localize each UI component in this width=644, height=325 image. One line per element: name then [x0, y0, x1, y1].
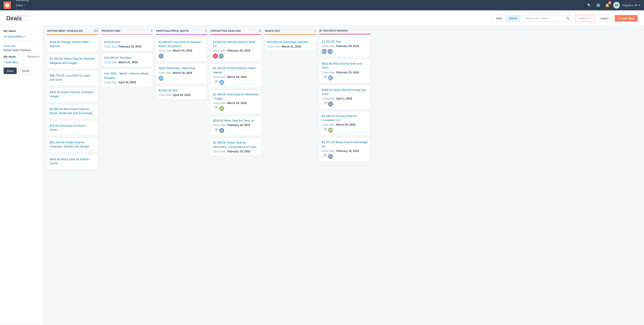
- page-title: Deals: [6, 15, 490, 22]
- deal-avatar: AR: [328, 128, 333, 133]
- col-header: PROSPECTING 3: [101, 29, 153, 33]
- deal-card[interactable]: $350.00 Green Deal for Schmeler - Hoeger: [47, 87, 98, 102]
- notification-badge: 3: [608, 1, 612, 4]
- deal-card[interactable]: $75,000.00 Dominique VerniersClose date:…: [264, 37, 316, 51]
- deal-name[interactable]: $75,000.00 Dominique Verniers: [267, 40, 313, 44]
- deal-name[interactable]: $1,800.00 Mint Green Deal for Morar, Hea…: [50, 107, 96, 115]
- col-title: APPOINTMENT SCHEDULED: [47, 30, 83, 32]
- deal-card[interactable]: $1,409.00 Gold Deal for Wintheiser - Pag…: [210, 90, 262, 114]
- deal-toggle[interactable]: [322, 75, 327, 78]
- deal-card[interactable]: $22,104.00 Purple Deal for Champlin, Zem…: [47, 138, 98, 152]
- board-col-prospecting: PROSPECTING 3 €100.00 testClose date: Fe…: [101, 29, 153, 320]
- settings-nav-button[interactable]: ⚙️: [595, 2, 602, 8]
- deal-name[interactable]: $1,409.00 Gold Deal for Wintheiser - Pag…: [213, 93, 259, 101]
- board-area: APPOINTMENT SCHEDULED 155 $248.00 Orange…: [43, 26, 644, 324]
- create-deal-button[interactable]: Create deal: [615, 15, 638, 22]
- deal-name[interactable]: $1,436.00 Fuchsia Deal for Considine LLC: [322, 114, 368, 122]
- options-link[interactable]: Options ▾: [27, 55, 39, 58]
- deal-card[interactable]: $2,000.00 TestClose date: April 30, 2019: [156, 86, 207, 100]
- deal-date: Close date: February 28, 2019: [104, 45, 150, 48]
- deal-card[interactable]: $1,436.00 Fuchsia Deal for Considine LLC…: [319, 111, 370, 136]
- deal-card[interactable]: Sean Shoreman - New DealClose date: Marc…: [156, 63, 207, 84]
- pipeline-label: Pipeline: [4, 45, 39, 48]
- deal-name[interactable]: $1,855.00 Salmon Deal for West Inc: [213, 40, 259, 48]
- deal-name[interactable]: $143.00 Black Deal for Terry Inc: [213, 119, 259, 123]
- deal-name[interactable]: $1,058.00 Yellow Deal for Abernathy, Cum…: [213, 141, 259, 149]
- sidebar-save-button[interactable]: Save: [4, 68, 17, 74]
- deal-card[interactable]: $1,800.00 Mint Green Deal for Morar, Hea…: [47, 104, 98, 119]
- deal-toggle[interactable]: [322, 102, 327, 104]
- deal-avatar: SS: [158, 76, 164, 81]
- table-view-button[interactable]: Table: [492, 15, 506, 21]
- deal-name[interactable]: Sean Shoreman - New Deal: [158, 66, 204, 70]
- deal-toggle[interactable]: [213, 128, 218, 131]
- deal-name[interactable]: $395.00 Azure Deal for Purdy and Sons: [322, 88, 368, 96]
- deal-avatars: AP: [213, 106, 259, 111]
- nav-item-service[interactable]: Service▾: [14, 8, 39, 13]
- sidebar-divider: [4, 41, 39, 41]
- col-count: 155: [94, 29, 98, 33]
- import-button[interactable]: Import: [597, 15, 612, 22]
- deal-card[interactable]: $395.00 Azure Deal for Purdy and SonsClo…: [319, 85, 370, 109]
- deal-toggle[interactable]: [213, 106, 218, 109]
- board-col-reach-out: REACH OUT 1 $75,000.00 Dominique Vernier…: [264, 29, 316, 320]
- deal-name[interactable]: $1,971.00 Black Deal for Buckridge Inc: [322, 140, 368, 148]
- deal-name[interactable]: Insc 0001 - Medic - Noturno Maria Eduard…: [104, 72, 150, 80]
- all-saved-filters-link[interactable]: All saved filters >: [4, 35, 39, 38]
- col-title: ID. DECISION MAKERS: [319, 29, 348, 32]
- deal-card[interactable]: £50,000.00 Test dealClose date: March 31…: [101, 53, 153, 67]
- deal-name[interactable]: £50,000.00 Test deal: [104, 56, 150, 60]
- deal-card[interactable]: $1,855.00 Salmon Deal for West IncClose …: [210, 37, 262, 62]
- deal-card[interactable]: $1,330.00 Orchid Deal for Towne - Harber…: [210, 63, 262, 88]
- actions-button[interactable]: Actions ▾: [575, 15, 594, 22]
- deal-card[interactable]: $443.00 Black Deal for Pollich - Lynch: [47, 154, 98, 169]
- col-title: REACH OUT: [265, 30, 280, 32]
- deal-card[interactable]: $1,971.00 Black Deal for Buckridge IncCl…: [319, 137, 370, 162]
- deal-card[interactable]: $248.00 Orange Deal for Beer - Spencer: [47, 37, 98, 52]
- deal-name[interactable]: $1,330.00 Orchid Deal for Towne - Harber: [213, 66, 259, 74]
- search-nav-button[interactable]: 🔍: [586, 2, 592, 8]
- deal-card[interactable]: $1,058.00 Yellow Deal for Abernathy, Cum…: [210, 138, 262, 156]
- deal-card[interactable]: €1,512.20 TestClose date: February 28, 2…: [319, 37, 370, 57]
- nav-item-marketing[interactable]: Marketing▾: [14, 0, 39, 3]
- add-filter-link[interactable]: + Add filter: [4, 61, 39, 64]
- search-deal-input[interactable]: [525, 17, 564, 20]
- deal-card[interactable]: $1,966.00 Lime Deal for Beahan, Bosco an…: [156, 37, 207, 62]
- deal-name[interactable]: €100.00 test: [104, 40, 150, 44]
- top-navigation: Contacts▾Conversations▾Marketing▾Sales▾S…: [0, 0, 644, 10]
- deal-card[interactable]: $72.00 Gold Deal for Bosco - Olson: [47, 121, 98, 136]
- deal-name[interactable]: €1,512.20 Test: [322, 40, 368, 44]
- deal-name[interactable]: $562.00 Red Deal for Kihn and Sons: [322, 62, 368, 70]
- deal-name[interactable]: $1,966.00 Lime Deal for Beahan, Bosco an…: [158, 40, 204, 48]
- sidebar-heading: My deals: [4, 29, 39, 33]
- sidebar-reset-button[interactable]: Reset: [18, 68, 33, 74]
- deal-name[interactable]: $443.00 Black Deal for Pollich - Lynch: [50, 157, 96, 165]
- hubspot-logo[interactable]: [4, 2, 11, 9]
- deal-name[interactable]: $2,000.00 Test: [158, 89, 204, 93]
- col-bar: [319, 34, 370, 35]
- user-avatar[interactable]: AP: [613, 2, 620, 9]
- deal-name[interactable]: $69,725.00 Lime Deal for Lakin and Sons: [50, 74, 96, 82]
- deal-name[interactable]: $1,392.00 Yellow Deal for Reichert, Wieg…: [50, 57, 96, 65]
- deal-card[interactable]: $143.00 Black Deal for Terry IncClose da…: [210, 116, 262, 136]
- deal-card[interactable]: $69,725.00 Lime Deal for Lakin and Sons: [47, 71, 98, 86]
- nav-item-sales[interactable]: Sales▾: [14, 3, 39, 8]
- board-view-button[interactable]: Board: [506, 15, 520, 21]
- deal-name[interactable]: $248.00 Orange Deal for Beer - Spencer: [50, 40, 96, 48]
- deal-card[interactable]: $562.00 Red Deal for Kihn and SonsClose …: [319, 59, 370, 83]
- deal-avatars: AR: [322, 128, 368, 133]
- deal-card[interactable]: Insc 0001 - Medic - Noturno Maria Eduard…: [101, 69, 153, 87]
- deal-toggle[interactable]: [213, 80, 218, 83]
- deal-toggle[interactable]: [322, 154, 327, 157]
- deal-name[interactable]: $72.00 Gold Deal for Bosco - Olson: [50, 124, 96, 132]
- deal-date: Close date: March 22, 2019: [322, 123, 368, 126]
- deal-name[interactable]: $350.00 Green Deal for Schmeler - Hoeger: [50, 90, 96, 98]
- deal-date: Close date: March 31, 2019: [104, 61, 150, 64]
- deal-card[interactable]: $1,392.00 Yellow Deal for Reichert, Wieg…: [47, 54, 98, 69]
- deal-card[interactable]: €100.00 testClose date: February 28, 201…: [101, 37, 153, 51]
- deal-date: Close date: April 30, 2019: [104, 81, 150, 84]
- deal-toggle[interactable]: [322, 128, 327, 130]
- deal-name[interactable]: $22,104.00 Purple Deal for Champlin, Zem…: [50, 140, 96, 149]
- user-menu[interactable]: Biglytics AP ▾: [623, 4, 640, 7]
- board-col-appointment-scheduled: APPOINTMENT SCHEDULED 155 $248.00 Orange…: [47, 29, 98, 320]
